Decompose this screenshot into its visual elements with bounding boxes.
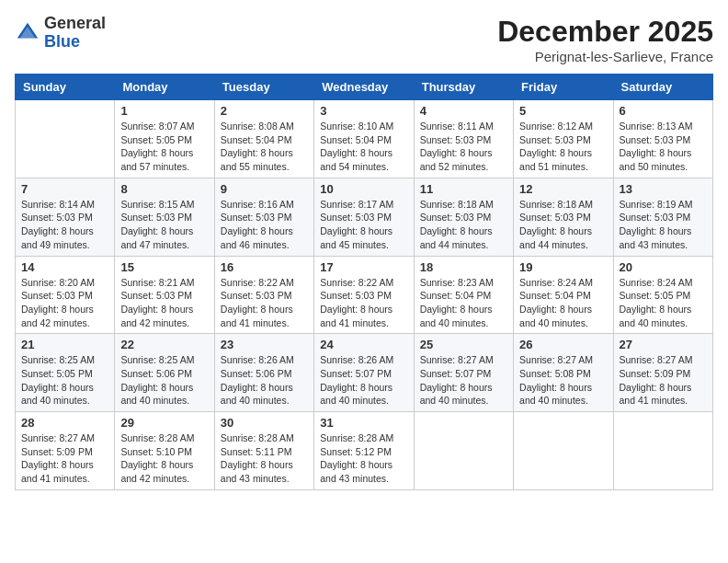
calendar-day-cell: 19Sunrise: 8:24 AM Sunset: 5:04 PM Dayli… <box>514 256 613 334</box>
day-info: Sunrise: 8:28 AM Sunset: 5:10 PM Dayligh… <box>120 431 208 486</box>
day-info: Sunrise: 8:27 AM Sunset: 5:09 PM Dayligh… <box>620 353 707 408</box>
calendar-day-cell: 24Sunrise: 8:26 AM Sunset: 5:07 PM Dayli… <box>314 334 414 412</box>
calendar-day-cell <box>514 412 613 490</box>
day-of-week-header: Tuesday <box>214 75 313 100</box>
day-number: 1 <box>120 104 208 118</box>
day-number: 23 <box>221 338 308 351</box>
day-info: Sunrise: 8:16 AM Sunset: 5:03 PM Dayligh… <box>221 198 308 252</box>
day-info: Sunrise: 8:22 AM Sunset: 5:03 PM Dayligh… <box>320 276 407 330</box>
day-number: 13 <box>620 182 707 196</box>
calendar-day-cell: 21Sunrise: 8:25 AM Sunset: 5:05 PM Dayli… <box>16 334 115 412</box>
day-number: 29 <box>120 416 208 430</box>
day-number: 10 <box>320 182 407 196</box>
day-info: Sunrise: 8:27 AM Sunset: 5:07 PM Dayligh… <box>420 353 507 408</box>
day-number: 30 <box>221 416 308 430</box>
day-info: Sunrise: 8:13 AM Sunset: 5:03 PM Dayligh… <box>620 120 707 174</box>
calendar-day-cell: 30Sunrise: 8:28 AM Sunset: 5:11 PM Dayli… <box>214 412 313 490</box>
calendar-day-cell: 12Sunrise: 8:18 AM Sunset: 5:03 PM Dayli… <box>514 178 613 256</box>
logo-icon <box>15 20 40 46</box>
day-info: Sunrise: 8:22 AM Sunset: 5:03 PM Dayligh… <box>221 276 308 330</box>
calendar-day-cell: 20Sunrise: 8:24 AM Sunset: 5:05 PM Dayli… <box>613 256 712 334</box>
day-number: 6 <box>620 104 707 118</box>
calendar-day-cell: 15Sunrise: 8:21 AM Sunset: 5:03 PM Dayli… <box>115 256 214 334</box>
day-info: Sunrise: 8:24 AM Sunset: 5:04 PM Dayligh… <box>519 276 607 330</box>
day-info: Sunrise: 8:24 AM Sunset: 5:05 PM Dayligh… <box>620 276 707 330</box>
day-info: Sunrise: 8:18 AM Sunset: 5:03 PM Dayligh… <box>420 198 507 252</box>
day-info: Sunrise: 8:10 AM Sunset: 5:04 PM Dayligh… <box>320 120 407 174</box>
title-block: December 2025 Perignat-les-Sarlieve, Fra… <box>497 15 713 64</box>
day-number: 20 <box>620 260 707 274</box>
calendar-day-cell: 29Sunrise: 8:28 AM Sunset: 5:10 PM Dayli… <box>115 412 214 490</box>
page-header: General Blue December 2025 Perignat-les-… <box>15 15 713 64</box>
day-info: Sunrise: 8:25 AM Sunset: 5:05 PM Dayligh… <box>21 353 108 408</box>
day-info: Sunrise: 8:19 AM Sunset: 5:03 PM Dayligh… <box>620 198 707 252</box>
calendar-header-row: SundayMondayTuesdayWednesdayThursdayFrid… <box>16 75 713 100</box>
day-number: 14 <box>21 260 108 274</box>
calendar-day-cell: 31Sunrise: 8:28 AM Sunset: 5:12 PM Dayli… <box>314 412 414 490</box>
calendar-day-cell: 6Sunrise: 8:13 AM Sunset: 5:03 PM Daylig… <box>613 100 712 178</box>
day-number: 8 <box>120 182 208 196</box>
day-number: 18 <box>420 260 507 274</box>
calendar-day-cell: 4Sunrise: 8:11 AM Sunset: 5:03 PM Daylig… <box>414 100 513 178</box>
day-number: 19 <box>519 260 607 274</box>
day-info: Sunrise: 8:27 AM Sunset: 5:08 PM Dayligh… <box>519 353 607 408</box>
calendar-day-cell: 10Sunrise: 8:17 AM Sunset: 5:03 PM Dayli… <box>314 178 414 256</box>
day-number: 9 <box>221 182 308 196</box>
day-number: 3 <box>320 104 407 118</box>
day-number: 7 <box>21 182 108 196</box>
calendar-day-cell: 28Sunrise: 8:27 AM Sunset: 5:09 PM Dayli… <box>16 412 115 490</box>
day-number: 27 <box>620 338 707 351</box>
day-number: 28 <box>21 416 108 430</box>
calendar-day-cell: 8Sunrise: 8:15 AM Sunset: 5:03 PM Daylig… <box>115 178 214 256</box>
day-of-week-header: Monday <box>115 75 214 100</box>
day-number: 21 <box>21 338 108 351</box>
calendar-day-cell: 23Sunrise: 8:26 AM Sunset: 5:06 PM Dayli… <box>214 334 313 412</box>
calendar-day-cell: 2Sunrise: 8:08 AM Sunset: 5:04 PM Daylig… <box>214 100 313 178</box>
calendar-day-cell: 7Sunrise: 8:14 AM Sunset: 5:03 PM Daylig… <box>16 178 115 256</box>
logo-blue-text: Blue <box>44 32 80 51</box>
day-info: Sunrise: 8:26 AM Sunset: 5:07 PM Dayligh… <box>320 353 407 408</box>
calendar-day-cell: 27Sunrise: 8:27 AM Sunset: 5:09 PM Dayli… <box>613 334 712 412</box>
day-of-week-header: Thursday <box>414 75 513 100</box>
day-info: Sunrise: 8:27 AM Sunset: 5:09 PM Dayligh… <box>21 431 108 486</box>
logo: General Blue <box>15 15 106 52</box>
day-of-week-header: Friday <box>514 75 613 100</box>
day-number: 22 <box>120 338 208 351</box>
day-info: Sunrise: 8:07 AM Sunset: 5:05 PM Dayligh… <box>120 120 208 174</box>
day-info: Sunrise: 8:23 AM Sunset: 5:04 PM Dayligh… <box>420 276 507 330</box>
calendar-day-cell: 25Sunrise: 8:27 AM Sunset: 5:07 PM Dayli… <box>414 334 513 412</box>
day-of-week-header: Wednesday <box>314 75 414 100</box>
logo-general-text: General <box>44 14 106 32</box>
calendar-day-cell <box>16 100 115 178</box>
calendar-day-cell: 26Sunrise: 8:27 AM Sunset: 5:08 PM Dayli… <box>514 334 613 412</box>
day-number: 17 <box>320 260 407 274</box>
calendar-day-cell <box>414 412 513 490</box>
calendar-day-cell: 17Sunrise: 8:22 AM Sunset: 5:03 PM Dayli… <box>314 256 414 334</box>
calendar-day-cell: 11Sunrise: 8:18 AM Sunset: 5:03 PM Dayli… <box>414 178 513 256</box>
day-number: 16 <box>221 260 308 274</box>
location-label: Perignat-les-Sarlieve, France <box>497 49 713 64</box>
day-number: 5 <box>519 104 607 118</box>
calendar-table: SundayMondayTuesdayWednesdayThursdayFrid… <box>15 74 713 490</box>
day-info: Sunrise: 8:28 AM Sunset: 5:12 PM Dayligh… <box>320 431 407 486</box>
day-number: 24 <box>320 338 407 351</box>
calendar-week-row: 14Sunrise: 8:20 AM Sunset: 5:03 PM Dayli… <box>16 256 713 334</box>
calendar-day-cell: 5Sunrise: 8:12 AM Sunset: 5:03 PM Daylig… <box>514 100 613 178</box>
day-number: 26 <box>519 338 607 351</box>
day-of-week-header: Sunday <box>16 75 115 100</box>
calendar-week-row: 28Sunrise: 8:27 AM Sunset: 5:09 PM Dayli… <box>16 412 713 490</box>
day-info: Sunrise: 8:17 AM Sunset: 5:03 PM Dayligh… <box>320 198 407 252</box>
day-info: Sunrise: 8:18 AM Sunset: 5:03 PM Dayligh… <box>519 198 607 252</box>
calendar-day-cell: 1Sunrise: 8:07 AM Sunset: 5:05 PM Daylig… <box>115 100 214 178</box>
calendar-day-cell: 22Sunrise: 8:25 AM Sunset: 5:06 PM Dayli… <box>115 334 214 412</box>
calendar-day-cell: 14Sunrise: 8:20 AM Sunset: 5:03 PM Dayli… <box>16 256 115 334</box>
day-info: Sunrise: 8:28 AM Sunset: 5:11 PM Dayligh… <box>221 431 308 486</box>
calendar-day-cell: 16Sunrise: 8:22 AM Sunset: 5:03 PM Dayli… <box>214 256 313 334</box>
day-number: 12 <box>519 182 607 196</box>
calendar-week-row: 1Sunrise: 8:07 AM Sunset: 5:05 PM Daylig… <box>16 100 713 178</box>
calendar-week-row: 7Sunrise: 8:14 AM Sunset: 5:03 PM Daylig… <box>16 178 713 256</box>
day-number: 11 <box>420 182 507 196</box>
calendar-day-cell: 3Sunrise: 8:10 AM Sunset: 5:04 PM Daylig… <box>314 100 414 178</box>
calendar-day-cell: 13Sunrise: 8:19 AM Sunset: 5:03 PM Dayli… <box>613 178 712 256</box>
day-info: Sunrise: 8:14 AM Sunset: 5:03 PM Dayligh… <box>21 198 108 252</box>
